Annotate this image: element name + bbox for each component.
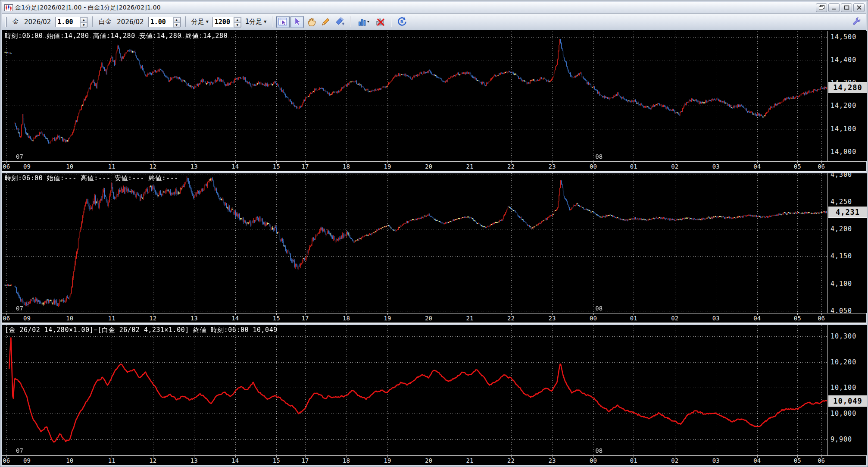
date-label: 08 — [595, 447, 603, 454]
bar-count-up-button[interactable]: ▲ — [234, 17, 241, 22]
x-tick-label: 02 — [671, 457, 678, 464]
pan-hand-tool-button[interactable] — [305, 16, 318, 28]
wrench-icon — [852, 17, 862, 27]
marker-move-tool-button[interactable] — [333, 16, 347, 28]
y-tick-label: 10,200 — [831, 358, 856, 366]
x-tick-label: 06 — [818, 163, 825, 170]
close-button[interactable] — [853, 3, 865, 12]
clear-chart-icon — [376, 17, 386, 27]
spread-x-axis: 0609101112131415171819202122230001020304… — [2, 455, 866, 465]
gold-price-badge: 14,280 — [828, 82, 867, 93]
bar-count-input[interactable] — [213, 17, 234, 27]
x-tick-label: 11 — [108, 163, 116, 170]
grid-pointer-icon — [278, 17, 288, 27]
y-tick-label: 14,100 — [831, 125, 856, 133]
clear-chart-button[interactable] — [374, 16, 387, 28]
app-window: 金1分足[2026/02]1.00 - 白金1分足[2026/02]1.00 金… — [0, 0, 868, 467]
x-tick-label: 21 — [466, 163, 474, 170]
spread-y-axis-labels: 10,30010,20010,10010,0009,900 — [828, 325, 867, 455]
hand-icon — [306, 17, 316, 27]
title-bar: 金1分足[2026/02]1.00 - 白金1分足[2026/02]1.00 — [2, 2, 866, 14]
x-tick-label: 11 — [108, 457, 116, 464]
refresh-button[interactable]: R — [395, 16, 409, 28]
cursor-tool-button[interactable] — [290, 16, 304, 28]
cascade-windows-button[interactable] — [816, 3, 827, 12]
bar-chart-icon — [357, 17, 370, 27]
x-tick-label: 23 — [549, 457, 556, 464]
gold-multiplier-input[interactable] — [56, 17, 80, 27]
x-tick-label: 18 — [343, 315, 350, 322]
minimize-button[interactable] — [828, 3, 840, 12]
x-tick-label: 20 — [425, 163, 432, 170]
draw-pencil-tool-button[interactable] — [319, 16, 332, 28]
platinum-multiplier-down-button[interactable]: ▼ — [173, 22, 180, 28]
gold-chart-canvas[interactable] — [4, 31, 827, 161]
gold-multiplier-down-button[interactable]: ▼ — [80, 22, 87, 28]
platinum-chart-canvas[interactable] — [4, 173, 827, 313]
spread-chart-canvas[interactable] — [4, 325, 827, 455]
x-tick-label: 17 — [302, 163, 309, 170]
interval-dropdown[interactable]: 1分足 ▼ — [245, 18, 267, 26]
chevron-down-icon: ▼ — [264, 20, 266, 24]
y-tick-label: 4,250 — [831, 198, 852, 206]
y-tick-label: 10,300 — [831, 332, 856, 340]
gold-multiplier-up-button[interactable]: ▲ — [80, 17, 87, 22]
y-tick-label: 14,500 — [831, 33, 856, 41]
x-tick-label: 12 — [149, 315, 156, 322]
toolbar-grip[interactable] — [5, 17, 7, 27]
grid-pointer-tool-button[interactable] — [276, 16, 290, 28]
gold-multiplier-spinner: ▲ ▼ — [55, 17, 87, 27]
chart-type-button[interactable] — [354, 16, 373, 28]
bar-type-dropdown[interactable]: 分足 ▼ — [191, 18, 209, 26]
x-tick-label: 09 — [23, 457, 31, 464]
bar-count-down-button[interactable]: ▼ — [234, 22, 241, 28]
toolbar-separator — [391, 16, 392, 27]
x-tick-label: 14 — [231, 163, 239, 170]
x-tick-label: 20 — [425, 315, 432, 322]
toolbar-separator — [92, 16, 93, 27]
pencil-icon — [321, 17, 331, 27]
x-tick-label: 18 — [343, 163, 350, 170]
x-tick-label: 13 — [190, 163, 198, 170]
x-tick-label: 19 — [384, 457, 391, 464]
y-tick-label: 14,000 — [831, 148, 856, 156]
x-tick-label: 00 — [590, 457, 597, 464]
x-tick-label: 12 — [149, 457, 156, 464]
window-controls — [816, 3, 865, 12]
y-axis-line — [827, 325, 828, 455]
x-tick-label: 04 — [753, 315, 761, 322]
chart-panel-platinum: 時刻:06:00 始値:--- 高値:--- 安値:--- 終値:--- 4,3… — [2, 173, 866, 323]
x-tick-label: 19 — [384, 315, 391, 322]
date-label: 08 — [595, 305, 603, 312]
y-axis-line — [827, 31, 828, 161]
y-tick-label: 4,200 — [831, 225, 852, 233]
x-tick-label: 05 — [794, 457, 801, 464]
chevron-down-icon: ▼ — [206, 20, 209, 24]
x-tick-label: 05 — [794, 163, 801, 170]
gold-month[interactable]: 2026/02 — [24, 18, 51, 26]
platinum-month[interactable]: 2026/02 — [117, 18, 144, 26]
platinum-multiplier-input[interactable] — [149, 17, 173, 27]
platinum-label: 白金 — [99, 18, 112, 26]
x-tick-label: 22 — [507, 457, 515, 464]
toolbar-separator — [350, 16, 351, 27]
settings-wrench-button[interactable] — [850, 16, 863, 28]
x-tick-label: 06 — [818, 315, 825, 322]
x-tick-label: 19 — [384, 163, 391, 170]
y-tick-label: 4,150 — [831, 252, 852, 260]
x-tick-label: 02 — [671, 315, 678, 322]
x-tick-label: 03 — [712, 315, 720, 322]
y-tick-label: 10,100 — [831, 384, 856, 392]
chart-panel-spread: [金 26/02 14,280×1.00]−[白金 26/02 4,231×1.… — [2, 325, 866, 465]
chart-region: 時刻:06:00 始値:14,280 高値:14,280 安値:14,280 終… — [2, 30, 866, 465]
maximize-button[interactable] — [841, 3, 852, 12]
x-tick-label: 15 — [273, 163, 280, 170]
platinum-multiplier-spinner: ▲ ▼ — [148, 17, 181, 27]
x-tick-label: 22 — [507, 315, 515, 322]
platinum-multiplier-up-button[interactable]: ▲ — [173, 17, 180, 22]
x-tick-label: 09 — [23, 315, 31, 322]
bar-type-label: 分足 — [191, 18, 204, 26]
app-icon — [4, 4, 13, 11]
gold-label: 金 — [12, 18, 19, 26]
cursor-icon — [292, 17, 302, 27]
